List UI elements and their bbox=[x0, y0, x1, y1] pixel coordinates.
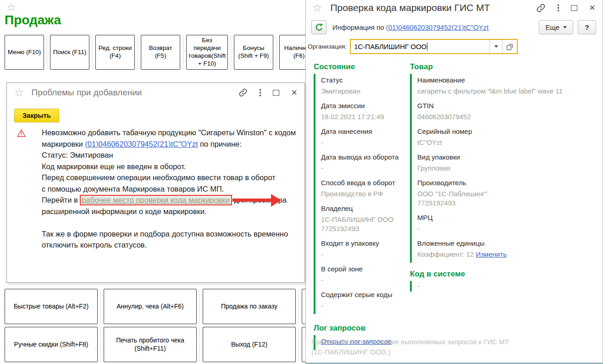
button-separator bbox=[44, 35, 50, 70]
organization-input[interactable]: 1С-ПАБЛИШИНГ ООО bbox=[350, 39, 518, 54]
message-text: по причине: bbox=[198, 140, 241, 148]
get-link-icon[interactable] bbox=[536, 3, 546, 13]
button-separator bbox=[89, 35, 95, 70]
kebab-menu-icon[interactable] bbox=[260, 89, 261, 96]
field-value: 18.02.2021 17:21:49 bbox=[321, 112, 405, 121]
maximize-icon[interactable] bbox=[273, 90, 279, 96]
field-value: - bbox=[321, 138, 405, 147]
field-label: МРЦ bbox=[417, 213, 594, 222]
field-label: Дата нанесения bbox=[321, 127, 405, 136]
favorite-star-icon[interactable]: ☆ bbox=[6, 2, 17, 13]
footer-line1: Производится логирование выполняемых зап… bbox=[311, 337, 509, 347]
field-value-nested: Коэффициент: 12 Изменить bbox=[417, 250, 594, 259]
footer-line2: (1С-ПАБЛИШИНГ ООО.) bbox=[311, 347, 509, 357]
field-value: - bbox=[321, 164, 405, 173]
field-label: Производитель bbox=[417, 178, 594, 188]
close-icon[interactable]: × bbox=[589, 3, 595, 13]
button-separator bbox=[197, 327, 203, 362]
dialog-title: Проблемы при добавлении bbox=[32, 88, 142, 98]
help-button[interactable]: ? bbox=[578, 20, 596, 34]
button-vozvrat-f5[interactable]: Возврат (F5) bbox=[141, 35, 180, 70]
field-value: - bbox=[417, 224, 594, 233]
bottom-button-bar-row1: Быстрые товары (Alt+F2) Аннулир. чека (A… bbox=[5, 289, 329, 324]
button-bystrye-tovary[interactable]: Быстрые товары (Alt+F2) bbox=[5, 289, 98, 324]
code-in-system-group: - bbox=[410, 281, 594, 292]
organization-value-text: 1С-ПАБЛИШИНГ ООО bbox=[354, 43, 426, 50]
message-note-line: Так же в форме проверки и подбора доступ… bbox=[42, 228, 305, 251]
state-group: Статус Эмитирован Дата эмиссии 18.02.202… bbox=[314, 74, 405, 314]
dropdown-button[interactable] bbox=[489, 40, 502, 53]
field-label: Серийный номер bbox=[417, 127, 594, 136]
organization-label: Организация: bbox=[308, 43, 347, 50]
get-link-icon[interactable] bbox=[238, 88, 248, 97]
more-label: Еще bbox=[545, 23, 559, 31]
close-icon[interactable]: × bbox=[291, 88, 297, 98]
more-button[interactable]: Еще bbox=[539, 20, 573, 34]
panel-title: Проверка кода маркировки ГИС МТ bbox=[331, 2, 490, 13]
dialog-message: Невозможно добавить табачную продукцию "… bbox=[42, 127, 305, 251]
message-paragraph-1: Невозможно добавить табачную продукцию "… bbox=[42, 127, 305, 149]
message-reason-line: Код маркировки еще не введен в оборот. bbox=[42, 161, 305, 172]
field-value: сигареты с фильтром "l&m blue label" wav… bbox=[417, 87, 594, 96]
favorite-star-icon[interactable]: ☆ bbox=[312, 2, 322, 13]
message-instruction-line: Перед совершением операции необходимо вв… bbox=[42, 172, 305, 183]
button-prodazha-po-zakazu[interactable]: Продажа по заказу bbox=[203, 289, 296, 324]
top-button-bar: Меню (F10) Поиск (F11) Ред. строки (F4) … bbox=[5, 35, 319, 70]
field-value: Производство в РФ bbox=[321, 189, 405, 199]
field-label: Содержит серые коды bbox=[321, 290, 405, 299]
panel-toolbar: Информация по (01)04606203079452(21)tC"O… bbox=[311, 20, 596, 34]
button-red-stroki-f4[interactable]: Ред. строки (F4) bbox=[95, 35, 135, 70]
field-value: - bbox=[321, 276, 405, 285]
field-label: Наименование bbox=[417, 76, 594, 85]
field-label: Дата вывода из оборота bbox=[321, 153, 405, 162]
text-cursor bbox=[427, 43, 427, 50]
organization-value[interactable]: 1С-ПАБЛИШИНГ ООО bbox=[351, 40, 489, 53]
code-in-system-section: Код в системе - bbox=[410, 270, 594, 292]
button-separator bbox=[228, 35, 234, 70]
bottom-button-bar-row2: Ручные скидки (Shift+F8) Печать пробитог… bbox=[5, 327, 329, 362]
problems-dialog: ☆ Проблемы при добавлении × Закрыть Нево… bbox=[6, 83, 305, 283]
button-separator bbox=[296, 327, 302, 362]
chevron-down-icon bbox=[494, 45, 498, 48]
refresh-button[interactable] bbox=[311, 20, 326, 34]
button-bez-peredachi-tovarov[interactable]: Без передачи товаров(Shift + F10) bbox=[186, 35, 228, 70]
change-link[interactable]: Изменить bbox=[476, 250, 507, 258]
favorite-star-icon[interactable]: ☆ bbox=[14, 87, 24, 98]
field-value: 1С-ПАБЛИШИНГ ООО 7725192493 bbox=[321, 215, 405, 233]
marking-code-link[interactable]: (01)04606203079452(21)tC"OYzt bbox=[85, 140, 198, 148]
field-value: - bbox=[321, 301, 405, 310]
open-button[interactable] bbox=[502, 40, 517, 53]
button-annulir-cheka[interactable]: Аннулир. чека (Alt+F6) bbox=[104, 289, 197, 324]
marking-check-panel: ☆ Проверка кода маркировки ГИС МТ × Инфо… bbox=[305, 0, 603, 364]
field-value: - bbox=[321, 250, 405, 259]
workplace-link[interactable]: рабочее место проверки кода маркировки bbox=[80, 195, 232, 205]
button-ruchnye-skidki[interactable]: Ручные скидки (Shift+F8) bbox=[5, 327, 98, 362]
app-window: ☆ Продажа Меню (F10) Поиск (F11) Ред. ст… bbox=[0, 0, 603, 364]
close-button[interactable]: Закрыть bbox=[14, 109, 59, 122]
page-title: Продажа bbox=[5, 13, 61, 28]
button-separator bbox=[296, 289, 302, 324]
button-separator bbox=[98, 327, 104, 362]
field-label: Статус bbox=[321, 76, 405, 85]
button-bonusy[interactable]: Бонусы (Shift + F9) bbox=[234, 35, 273, 70]
section-heading-product: Товар bbox=[410, 62, 594, 72]
section-heading-code-in-system: Код в системе bbox=[410, 270, 594, 279]
button-separator bbox=[135, 35, 141, 70]
open-icon bbox=[506, 43, 514, 50]
field-value: tC"OYzt bbox=[417, 138, 594, 147]
button-vykhod-f12[interactable]: Выход (F12) bbox=[203, 327, 296, 362]
button-poisk-f11[interactable]: Поиск (F11) bbox=[50, 35, 89, 70]
product-column: Товар Наименование сигареты с фильтром "… bbox=[410, 62, 594, 298]
button-pechat-probitogo-cheka[interactable]: Печать пробитого чека (Shift+F11) bbox=[104, 327, 197, 362]
chevron-down-icon bbox=[563, 26, 567, 28]
message-text: Перейти в bbox=[42, 196, 80, 204]
field-label: Вложенные единицы bbox=[417, 239, 594, 248]
button-separator bbox=[98, 289, 104, 324]
kebab-menu-icon[interactable] bbox=[558, 4, 559, 11]
maximize-icon[interactable] bbox=[571, 5, 577, 11]
code-link[interactable]: (01)04606203079452(21)tC"OYzt bbox=[386, 23, 489, 31]
warning-icon bbox=[17, 129, 26, 139]
button-menu-f10[interactable]: Меню (F10) bbox=[5, 35, 44, 70]
field-label: GTIN bbox=[417, 101, 594, 110]
field-label: Владелец bbox=[321, 204, 405, 213]
